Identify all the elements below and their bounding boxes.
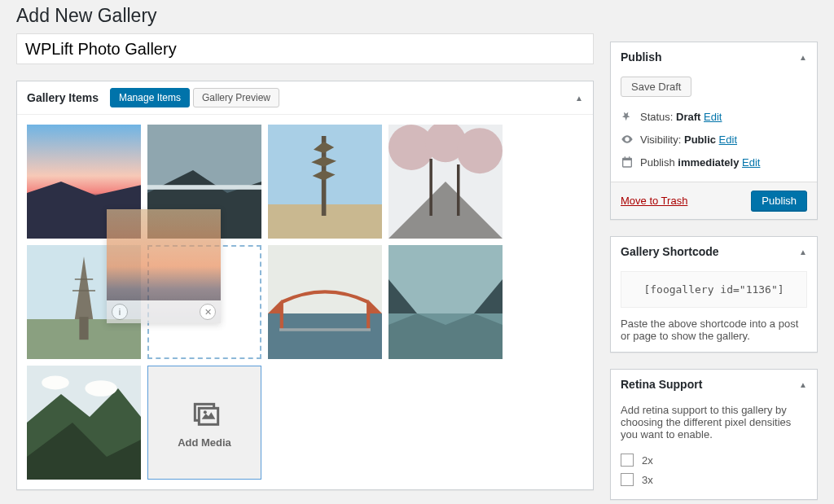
svg-rect-18 xyxy=(268,245,382,313)
shortcode-hint: Paste the above shortcode into a post or… xyxy=(621,318,807,342)
publish-panel: Publish ▲ Save Draft Status: Draft Edit … xyxy=(610,42,818,220)
svg-rect-22 xyxy=(279,328,371,331)
svg-rect-11 xyxy=(429,159,432,216)
add-media-button[interactable]: Add Media xyxy=(147,366,261,480)
collapse-toggle-icon[interactable]: ▲ xyxy=(799,380,807,389)
pin-icon xyxy=(621,110,634,123)
gallery-thumb[interactable] xyxy=(268,125,382,239)
retina-hint: Add retina support to this gallery by ch… xyxy=(621,404,807,440)
svg-rect-15 xyxy=(79,317,88,340)
gallery-thumb[interactable] xyxy=(388,245,503,359)
shortcode-title: Gallery Shortcode xyxy=(621,245,719,258)
collapse-toggle-icon[interactable]: ▲ xyxy=(799,248,807,256)
tab-gallery-preview[interactable]: Gallery Preview xyxy=(193,88,279,107)
gallery-items-panel: Gallery Items Manage Items Gallery Previ… xyxy=(16,81,594,490)
retina-title: Retina Support xyxy=(621,378,702,391)
publish-title: Publish xyxy=(621,50,662,64)
collapse-toggle-icon[interactable]: ▲ xyxy=(575,94,583,103)
tab-manage-items[interactable]: Manage Items xyxy=(110,88,190,107)
gallery-thumb[interactable] xyxy=(27,366,141,480)
retina-option-label: 3x xyxy=(642,474,653,486)
edit-status-link[interactable]: Edit xyxy=(704,111,722,123)
gallery-items-title: Gallery Items xyxy=(27,91,99,104)
save-draft-button[interactable]: Save Draft xyxy=(621,77,691,97)
retina-option-label: 2x xyxy=(642,454,653,467)
gallery-thumb[interactable] xyxy=(388,125,503,239)
edit-visibility-link[interactable]: Edit xyxy=(719,134,737,146)
gallery-title-input[interactable] xyxy=(16,33,594,64)
shortcode-panel: Gallery Shortcode ▲ [foogallery id="1136… xyxy=(610,236,818,353)
retina-option-row: 2x xyxy=(621,450,807,470)
media-icon xyxy=(188,397,221,430)
svg-rect-12 xyxy=(457,164,460,216)
move-to-trash-link[interactable]: Move to Trash xyxy=(621,195,687,207)
publish-button[interactable]: Publish xyxy=(751,191,807,211)
info-icon[interactable]: i xyxy=(112,304,128,320)
collapse-toggle-icon[interactable]: ▲ xyxy=(799,53,807,62)
schedule-row: Publish immediately Edit xyxy=(621,151,807,173)
retina-panel: Retina Support ▲ Add retina support to t… xyxy=(610,369,818,500)
svg-point-26 xyxy=(42,376,69,390)
gallery-thumb[interactable] xyxy=(268,245,382,359)
svg-rect-29 xyxy=(199,408,217,424)
svg-rect-19 xyxy=(268,313,382,359)
close-icon[interactable]: ✕ xyxy=(200,304,216,320)
svg-rect-3 xyxy=(147,185,261,190)
eye-icon xyxy=(621,133,634,146)
svg-point-30 xyxy=(204,410,207,414)
shortcode-code[interactable]: [foogallery id="1136"] xyxy=(621,271,807,308)
checkbox-2x[interactable] xyxy=(621,454,634,467)
checkbox-3x[interactable] xyxy=(621,473,634,486)
svg-point-10 xyxy=(457,128,503,173)
edit-schedule-link[interactable]: Edit xyxy=(742,156,760,169)
page-title: Add New Gallery xyxy=(16,0,818,33)
dragging-thumb[interactable]: i ✕ xyxy=(107,209,221,323)
visibility-row: Visibility: Public Edit xyxy=(621,128,807,151)
add-media-label: Add Media xyxy=(178,436,231,449)
status-row: Status: Draft Edit xyxy=(621,105,807,128)
retina-option-row: 3x xyxy=(621,470,807,489)
calendar-icon xyxy=(621,156,634,169)
svg-point-27 xyxy=(85,380,116,397)
